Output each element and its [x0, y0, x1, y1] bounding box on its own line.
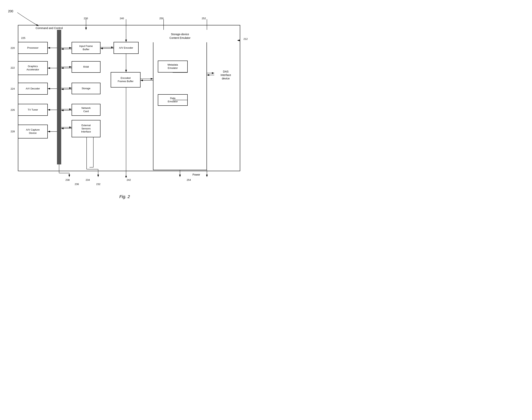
box-graphics-accelerator: Graphics Accelerator — [18, 61, 48, 75]
command-bus — [57, 30, 61, 165]
box-storage: Storage — [72, 83, 100, 94]
ref-200: 200 — [8, 10, 13, 13]
box-data-emulator: Data Emulator — [158, 94, 188, 106]
ref-220: 220 — [11, 46, 15, 49]
ref-225: 225 — [21, 37, 25, 39]
ref-212: 212 — [243, 37, 248, 40]
box-storage-device-emulator: Storage-device Content Emulator — [153, 30, 207, 42]
box-av-capture: A/V Capture Device — [18, 125, 48, 138]
ref-238: 238 — [65, 179, 70, 181]
diagram-container: 200 Command and Control 225 Processor 22… — [0, 0, 266, 210]
ref-230: 230 — [84, 17, 88, 20]
box-input-frame-buffer: Input Frame Buffer — [72, 42, 100, 54]
ref-226: 226 — [11, 108, 15, 111]
ref-236: 236 — [75, 183, 79, 186]
box-encoded-frames-buffer: Encoded Frames Buffer — [111, 72, 141, 88]
ref-250: 250 — [159, 17, 164, 20]
ref-228: 228 — [11, 130, 15, 133]
box-network-card: Network Card — [72, 104, 100, 116]
ref-234: 234 — [86, 179, 90, 181]
box-metadata-emulator: Metadata Emulator — [158, 60, 188, 73]
box-das-interface: DAS Interface device — [214, 56, 237, 94]
ref-224: 224 — [11, 87, 15, 90]
ref-242: 242 — [127, 179, 131, 181]
box-tv-tuner: TV Tuner — [18, 104, 48, 116]
ref-254: 254 — [187, 179, 191, 181]
ref-222: 222 — [11, 66, 15, 69]
label-power: Power — [192, 173, 200, 176]
ref-252: 252 — [202, 17, 206, 20]
figure-caption: Fig. 2 — [119, 194, 130, 199]
box-av-decoder: A/V Decoder — [18, 83, 48, 95]
ref-232: 232 — [96, 183, 100, 186]
box-external-sensors: External Sensors Interface — [72, 120, 100, 137]
box-processor: Processor — [18, 42, 48, 54]
label-command-control: Command and Control — [36, 27, 63, 30]
ref-240: 240 — [120, 17, 124, 20]
box-ram: RAM — [72, 61, 100, 73]
box-av-encoder: A/V Encoder — [113, 42, 139, 54]
